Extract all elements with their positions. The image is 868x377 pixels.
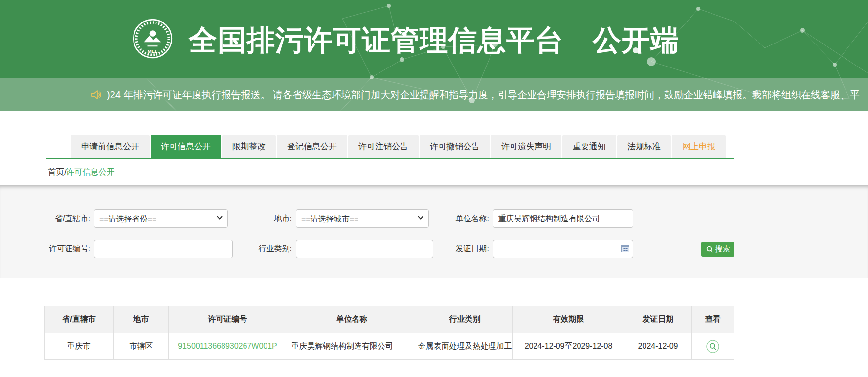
- breadcrumb: 首页/许可信息公开: [48, 159, 868, 185]
- company-name-field-wrap: [493, 209, 633, 228]
- issue-date-input[interactable]: [493, 240, 633, 258]
- tab-important-notice[interactable]: 重要通知: [562, 135, 616, 158]
- cell-city: 市辖区: [114, 333, 169, 360]
- city-select-wrap: ==请选择城市==: [296, 209, 429, 228]
- search-button[interactable]: 搜索: [701, 242, 734, 257]
- permit-number-input[interactable]: [94, 240, 233, 258]
- city-label: 地市:: [232, 209, 292, 228]
- tab-deadline-rectification[interactable]: 限期整改: [222, 135, 276, 158]
- province-select[interactable]: ==请选择省份==: [94, 209, 228, 228]
- industry-label: 行业类别:: [232, 240, 292, 258]
- announcement-bar: )24 年排污许可证年度执行报告报送。 请各省级生态环境部门加大对企业提醒和指导…: [0, 78, 868, 111]
- site-header: MEE 全国排污许可证管理信息平台 公开端: [0, 0, 868, 78]
- permit-number-label: 许可证编号:: [20, 240, 90, 258]
- tab-permit-info[interactable]: 许可信息公开: [151, 135, 221, 158]
- company-name-input[interactable]: [493, 209, 633, 228]
- industry-input[interactable]: [296, 240, 433, 258]
- issue-date-label: 发证日期:: [430, 240, 489, 258]
- tab-permit-cancellation-notice[interactable]: 许可注销公告: [348, 135, 419, 158]
- tabs-row: 申请前信息公开 许可信息公开 限期整改 登记信息公开 许可注销公告 许可撤销公告…: [46, 135, 734, 159]
- results-section: 省/直辖市 地市 许可证编号 单位名称 行业类别 有效期限 发证日期 查看 重庆…: [44, 306, 868, 360]
- nav-section: 申请前信息公开 许可信息公开 限期整改 登记信息公开 许可注销公告 许可撤销公告…: [0, 111, 868, 185]
- tab-permit-revocation-notice[interactable]: 许可撤销公告: [420, 135, 490, 158]
- breadcrumb-home[interactable]: 首页: [48, 167, 64, 177]
- table-header-row: 省/直辖市 地市 许可证编号 单位名称 行业类别 有效期限 发证日期 查看: [45, 306, 734, 333]
- tab-registration-info[interactable]: 登记信息公开: [277, 135, 347, 158]
- tab-permit-loss-statement[interactable]: 许可遗失声明: [491, 135, 561, 158]
- province-label: 省/直辖市:: [20, 209, 90, 228]
- page-title: 全国排污许可证管理信息平台 公开端: [189, 22, 679, 60]
- col-header-validity: 有效期限: [513, 306, 624, 333]
- permit-number-link[interactable]: 91500113668930267W001P: [178, 342, 277, 350]
- results-table: 省/直辖市 地市 许可证编号 单位名称 行业类别 有效期限 发证日期 查看 重庆…: [44, 306, 734, 360]
- tab-online-declaration[interactable]: 网上申报: [672, 135, 726, 158]
- search-icon: [706, 246, 713, 253]
- cell-province: 重庆市: [45, 333, 114, 360]
- tab-regulations-standards[interactable]: 法规标准: [617, 135, 671, 158]
- col-header-industry: 行业类别: [417, 306, 513, 333]
- col-header-permit-no: 许可证编号: [169, 306, 287, 333]
- col-header-company: 单位名称: [287, 306, 417, 333]
- mee-logo: MEE: [132, 18, 173, 59]
- col-header-city: 地市: [114, 306, 169, 333]
- tab-pre-application-info[interactable]: 申请前信息公开: [71, 135, 150, 158]
- cell-validity: 2024-12-09至2029-12-08: [513, 333, 624, 360]
- company-name-label: 单位名称:: [430, 209, 489, 228]
- city-select[interactable]: ==请选择城市==: [296, 209, 429, 228]
- cell-company: 重庆昊辉钢结构制造有限公司: [287, 333, 417, 360]
- speaker-icon: [90, 89, 102, 101]
- search-filter-panel: 省/直辖市: ==请选择省份== 地市: ==请选择城市== 单位名称: 许可证…: [0, 185, 868, 278]
- table-row: 重庆市 市辖区 91500113668930267W001P 重庆昊辉钢结构制造…: [45, 333, 734, 360]
- permit-number-field-wrap: [94, 240, 233, 258]
- issue-date-field-wrap: [493, 240, 633, 258]
- cell-industry: 金属表面处理及热处理加工: [417, 333, 513, 360]
- col-header-issue-date: 发证日期: [624, 306, 692, 333]
- search-button-label: 搜索: [715, 244, 730, 254]
- calendar-icon[interactable]: [621, 244, 629, 252]
- mee-logo-text: MEE: [148, 48, 157, 54]
- col-header-view: 查看: [692, 306, 734, 333]
- province-select-wrap: ==请选择省份==: [94, 209, 228, 228]
- view-details-button[interactable]: [706, 340, 719, 353]
- industry-field-wrap: [296, 240, 433, 258]
- announcement-text: )24 年排污许可证年度执行报告报送。 请各省级生态环境部门加大对企业提醒和指导…: [107, 89, 860, 102]
- col-header-province: 省/直辖市: [45, 306, 114, 333]
- breadcrumb-current: 许可信息公开: [67, 167, 115, 177]
- cell-issue-date: 2024-12-09: [624, 333, 692, 360]
